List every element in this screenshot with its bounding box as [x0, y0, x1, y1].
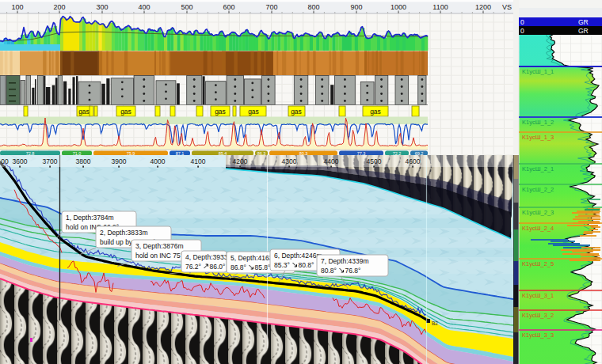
svg-text:1200: 1200: [475, 3, 491, 11]
svg-text:gas: gas: [215, 108, 226, 116]
svg-text:71.0: 71.0: [73, 151, 82, 156]
svg-text:76.8°: 76.8°: [345, 267, 361, 275]
svg-text:4500: 4500: [367, 157, 382, 165]
svg-text:4, Depth:3933m: 4, Depth:3933m: [185, 253, 233, 261]
svg-text:3600: 3600: [13, 157, 28, 165]
svg-text:K1ycШ_2_4: K1ycШ_2_4: [522, 225, 554, 232]
svg-text:3700: 3700: [43, 157, 58, 165]
svg-text:VS: VS: [502, 3, 512, 11]
svg-text:gas: gas: [78, 108, 90, 116]
svg-text:87.1: 87.1: [176, 151, 185, 156]
svg-text:80.8°: 80.8°: [299, 261, 314, 269]
svg-text:80.8°: 80.8°: [321, 267, 337, 275]
svg-text:200: 200: [53, 3, 65, 11]
svg-text:700: 700: [265, 3, 277, 11]
svg-text:gas: gas: [248, 108, 259, 116]
svg-text:0: 0: [520, 18, 524, 26]
svg-text:72.2: 72.2: [393, 151, 402, 156]
svg-text:500: 500: [181, 3, 192, 11]
svg-text:7, Depth:4339m: 7, Depth:4339m: [321, 257, 368, 265]
svg-text:3900: 3900: [112, 157, 127, 165]
svg-text:gas: gas: [120, 108, 131, 116]
svg-text:GR: GR: [578, 27, 589, 35]
svg-text:69.2: 69.2: [415, 151, 424, 156]
svg-text:1000: 1000: [391, 3, 406, 11]
svg-text:600: 600: [223, 3, 234, 11]
svg-text:86.8°: 86.8°: [231, 264, 246, 271]
svg-text:gas: gas: [291, 108, 302, 116]
svg-text:0: 0: [520, 27, 524, 35]
svg-text:B2: B2: [432, 320, 438, 326]
svg-text:3, Depth:3876m: 3, Depth:3876m: [135, 242, 183, 250]
svg-text:K1ycШ_2_2: K1ycШ_2_2: [522, 186, 554, 193]
svg-text:6, Depth:4246m: 6, Depth:4246m: [274, 252, 322, 260]
svg-text:K1ycШ_3_2: K1ycШ_3_2: [522, 312, 554, 319]
svg-text:300: 300: [96, 3, 108, 11]
svg-text:K1ycШ_1_1: K1ycШ_1_1: [522, 68, 554, 75]
svg-text:1, Depth:3784m: 1, Depth:3784m: [66, 214, 113, 222]
svg-text:900: 900: [350, 3, 362, 11]
svg-text:72.8: 72.8: [26, 151, 35, 156]
svg-text:85.8°: 85.8°: [255, 264, 271, 271]
svg-text:4200: 4200: [233, 157, 248, 165]
svg-text:00: 00: [1, 157, 9, 165]
svg-text:4400: 4400: [324, 157, 339, 165]
svg-text:K1ycШ_1_2: K1ycШ_1_2: [522, 119, 554, 126]
svg-text:4600: 4600: [406, 157, 421, 165]
svg-text:100: 100: [11, 3, 23, 11]
svg-text:86.3: 86.3: [257, 151, 266, 156]
svg-text:80.3: 80.3: [299, 151, 308, 156]
svg-text:hold on INC 75°: hold on INC 75°: [135, 252, 183, 260]
svg-text:75.9: 75.9: [127, 151, 135, 156]
svg-text:3800: 3800: [76, 157, 91, 165]
svg-text:4000: 4000: [150, 157, 166, 165]
svg-text:K1ycШ_3_1: K1ycШ_3_1: [522, 292, 554, 299]
svg-text:4100: 4100: [191, 157, 206, 165]
svg-text:86.0°: 86.0°: [210, 263, 226, 271]
svg-text:4300: 4300: [282, 157, 297, 165]
svg-text:gas: gas: [370, 108, 381, 116]
svg-text:GR: GR: [578, 18, 589, 26]
svg-text:2, Depth:3833m: 2, Depth:3833m: [100, 229, 147, 237]
svg-text:77.3: 77.3: [357, 151, 366, 156]
svg-text:K1ycШ_2_5: K1ycШ_2_5: [522, 260, 554, 267]
svg-text:K1ycШ_3_3: K1ycШ_3_3: [522, 332, 554, 339]
svg-text:76.2°: 76.2°: [185, 263, 201, 271]
svg-text:400: 400: [138, 3, 150, 11]
svg-text:K1ycШ_1_3: K1ycШ_1_3: [522, 134, 554, 141]
svg-text:K1ycШ_2_3: K1ycШ_2_3: [522, 209, 554, 216]
svg-text:K1ycШ_2_1: K1ycШ_2_1: [522, 165, 554, 173]
svg-text:85.3°: 85.3°: [274, 261, 290, 269]
svg-text:85.4: 85.4: [219, 151, 227, 156]
svg-text:800: 800: [307, 3, 319, 11]
svg-text:1100: 1100: [432, 3, 448, 11]
